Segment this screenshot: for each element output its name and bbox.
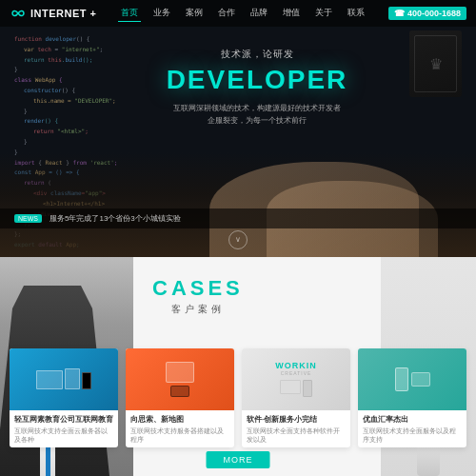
more-button[interactable]: MORE	[207, 451, 270, 468]
workin-logo: WORKIN	[275, 361, 317, 370]
case-card-4[interactable]: 优血汇率杰出 互联网技术支持全面服务以及程序支持	[358, 348, 466, 447]
hero-content: 技术派，论研发 DEVELOPER 互联网深耕领域的技术，构建源最好的技术开发者…	[124, 48, 390, 139]
phone-number: ☎ 400-000-1688	[394, 9, 461, 18]
case-card-title-3: 软件·创新服务小完结	[247, 415, 346, 425]
card2-screen	[166, 362, 194, 383]
devices-mockup	[36, 368, 91, 389]
case-card-title-1: 轻互网素教育公司互联网教育	[14, 415, 113, 425]
case-card-2[interactable]: 向思索、新地图 互联网技术支持服务器搭建以及程序	[126, 348, 234, 447]
hero-subtitle: 技术派，论研发	[124, 48, 390, 61]
phone-button[interactable]: ☎ 400-000-1688	[388, 7, 466, 20]
nav-about[interactable]: 关于	[312, 5, 335, 22]
hero-title: DEVELOPER	[124, 65, 390, 95]
card3-tablet	[280, 380, 301, 394]
nav-home[interactable]: 首页	[118, 5, 141, 22]
case-card-thumb-1	[10, 348, 118, 410]
more-btn-wrap: MORE	[207, 451, 270, 468]
news-tag: NEWS	[14, 214, 42, 223]
card3-content: WORKIN CREATIVE	[275, 361, 317, 397]
hero-section: function developer() { var tech = "inter…	[0, 0, 476, 257]
nav-added[interactable]: 增值	[280, 5, 303, 22]
card3-devices	[275, 380, 317, 397]
cases-section: CASES 客户案例 轻互网素教育公司互联网教育 互联网技术支持全面云服务器以及…	[0, 257, 476, 476]
header: INTERNET + 首页 业务 案例 合作 品牌 增值 关于 联系 ☎ 400…	[0, 0, 476, 27]
phone-icon	[82, 372, 91, 389]
cases-title-zh: 客户案例	[152, 303, 244, 316]
news-bar: NEWS 服务5年完成了13个省份3个小城镇实验	[0, 208, 476, 228]
case-card-desc-1: 互联网技术支持全面云服务器以及各种	[14, 426, 113, 444]
card2-device	[170, 386, 189, 397]
case-card-desc-4: 互联网技术支持全面服务以及程序支持	[363, 426, 462, 444]
nav-contact[interactable]: 联系	[345, 5, 367, 22]
case-card-body-1: 轻互网素教育公司互联网教育 互联网技术支持全面云服务器以及各种	[10, 410, 118, 447]
main-nav: 首页 业务 案例 合作 品牌 增值 关于 联系	[118, 5, 367, 22]
nav-brand[interactable]: 品牌	[248, 5, 270, 22]
case-card-desc-3: 互联网技术全面支持各种软件开发以及	[247, 426, 346, 444]
case-card-body-3: 软件·创新服务小完结 互联网技术全面支持各种软件开发以及	[242, 410, 350, 447]
workin-tagline: CREATIVE	[275, 370, 317, 376]
card2-mockup	[166, 362, 194, 397]
nav-partner[interactable]: 合作	[215, 5, 238, 22]
hero-desc: 互联网深耕领域的技术，构建源最好的技术开发者 企服裂变，为每一个技术前行	[124, 103, 390, 128]
cases-title-en: CASES	[152, 276, 244, 301]
card4-devices	[395, 367, 430, 391]
card4-tablet	[411, 372, 430, 387]
case-card-body-2: 向思索、新地图 互联网技术支持服务器搭建以及程序	[126, 410, 234, 447]
logo: INTERNET +	[10, 8, 96, 19]
case-card-thumb-3: WORKIN CREATIVE	[242, 348, 350, 410]
logo-text: INTERNET +	[30, 8, 96, 19]
case-card-thumb-4	[358, 348, 466, 410]
nav-cases[interactable]: 案例	[183, 5, 206, 22]
tablet-icon	[65, 368, 80, 389]
card4-phone	[395, 367, 408, 391]
case-card-3[interactable]: WORKIN CREATIVE 软件·创新服务小完结 互联网技术全面支持各种软件…	[242, 348, 350, 447]
logo-icon	[10, 8, 27, 19]
case-card-desc-2: 互联网技术支持服务器搭建以及程序	[130, 426, 229, 444]
card3-phone	[303, 380, 312, 397]
case-card-body-4: 优血汇率杰出 互联网技术支持全面服务以及程序支持	[358, 410, 466, 447]
case-card-title-4: 优血汇率杰出	[363, 415, 462, 425]
cases-cards: 轻互网素教育公司互联网教育 互联网技术支持全面云服务器以及各种 向思索、新地图 …	[10, 348, 466, 447]
news-text: 服务5年完成了13个省份3个小城镇实验	[50, 213, 181, 224]
case-card-1[interactable]: 轻互网素教育公司互联网教育 互联网技术支持全面云服务器以及各种	[10, 348, 118, 447]
scroll-down-button[interactable]	[228, 230, 248, 249]
case-card-thumb-2	[126, 348, 234, 410]
case-card-title-2: 向思索、新地图	[130, 415, 229, 425]
cases-title: CASES 客户案例	[152, 276, 244, 316]
desktop-icon	[36, 370, 63, 389]
nav-services[interactable]: 业务	[150, 5, 173, 22]
